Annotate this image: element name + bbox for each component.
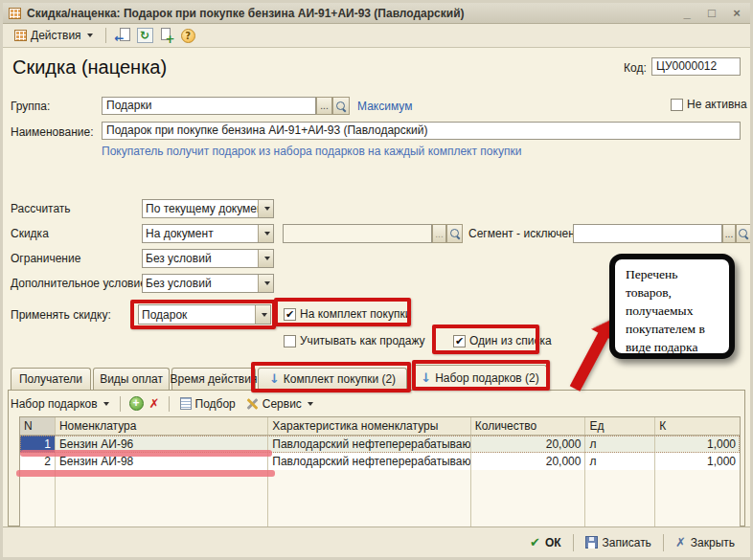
k-cell: 1,000	[655, 436, 740, 453]
combo-arrow-icon[interactable]	[258, 200, 273, 217]
pick-label: Подбор	[195, 397, 236, 411]
delete-row-icon[interactable]: ✗	[149, 396, 160, 411]
inactive-label: Не активна	[687, 98, 747, 111]
marker-stripe	[16, 470, 275, 477]
ok-button[interactable]: ✔ ОК	[524, 532, 567, 552]
pick-button[interactable]: Подбор	[178, 396, 238, 412]
actions-grid-icon	[14, 30, 27, 41]
calc-value: По текущему документу	[143, 202, 258, 215]
tab-payment-types[interactable]: Виды оплат	[93, 368, 170, 390]
tab-recipients[interactable]: Получатели	[11, 368, 91, 390]
segment-ellipsis-button[interactable]: ...	[722, 224, 736, 243]
qty-cell: 20,000	[471, 453, 586, 470]
as-sale-checkbox[interactable]: Учитывать как продажу	[284, 334, 425, 347]
qty-cell: 20,000	[471, 436, 586, 453]
discount-ellipsis-button[interactable]: ...	[432, 224, 446, 243]
magnifier-icon	[739, 229, 748, 238]
code-field[interactable]: ЦУ0000012	[651, 57, 741, 76]
footer-separator	[573, 534, 574, 551]
as-sale-label: Учитывать как продажу	[300, 334, 425, 347]
refresh-icon[interactable]: ↻	[137, 28, 153, 43]
page-title: Скидка (наценка)	[12, 56, 167, 78]
group-search-button[interactable]	[332, 97, 350, 115]
table-toolbar: Набор подарков + ✗ Подбор Сервис	[9, 392, 742, 414]
discount-label: Скидка	[11, 227, 49, 240]
annotation-box-tab-bundle	[251, 362, 411, 392]
maximum-link[interactable]: Максимум	[357, 100, 412, 113]
annotation-arrow	[570, 332, 609, 392]
main-toolbar: Действия ↻ ?	[3, 24, 750, 48]
floppy-icon	[585, 536, 598, 549]
col-header-n[interactable]: N	[20, 417, 56, 435]
col-header-nomenclature[interactable]: Номенклатура	[56, 417, 268, 435]
group-field[interactable]: Подарки	[102, 97, 316, 115]
copy-add-icon[interactable]	[159, 28, 175, 43]
tab-label: Виды оплат	[100, 372, 163, 386]
discount-search-button[interactable]	[446, 224, 463, 243]
app-window: Скидка/наценка: Подарок при покупке бенз…	[0, 0, 753, 560]
characteristic-cell: Павлодарский нефтеперерабатываю...	[268, 436, 470, 453]
unit-cell: л	[585, 453, 655, 470]
checkbox-icon	[671, 99, 683, 111]
minimize-button[interactable]: _	[679, 6, 695, 20]
code-label: Код:	[624, 61, 647, 75]
toolbar-separator	[105, 28, 106, 43]
close-label: Закрыть	[691, 536, 735, 549]
tools-icon	[245, 397, 259, 411]
title-bar: Скидка/наценка: Подарок при покупке бенз…	[3, 3, 750, 24]
chevron-down-icon	[87, 34, 93, 37]
inactive-checkbox[interactable]: Не активна	[671, 98, 747, 111]
unit-cell: л	[585, 436, 655, 453]
table-header-row: N Номенклатура Характеристика номенклату…	[20, 417, 740, 436]
extra-condition-combobox[interactable]: Без условий	[142, 274, 274, 293]
col-header-unit[interactable]: Ед	[585, 417, 655, 435]
footer-bar: ✔ ОК Записать ✗ Закрыть	[3, 526, 750, 557]
close-x-icon: ✗	[675, 535, 686, 549]
save-button[interactable]: Записать	[580, 533, 657, 552]
annotation-callout: Перечень товаров, получаемых покупателем…	[609, 254, 735, 359]
apply-discount-label: Применять скидку:	[11, 308, 111, 322]
close-button[interactable]: ×	[729, 6, 744, 20]
gift-set-menu-button[interactable]: Набор подарков	[9, 396, 111, 412]
discount-extra-field[interactable]	[283, 224, 432, 243]
group-ellipsis-button[interactable]: ...	[316, 97, 332, 115]
help-icon[interactable]: ?	[181, 29, 195, 43]
actions-menu-button[interactable]: Действия	[11, 27, 97, 44]
checkbox-icon	[284, 335, 296, 347]
col-header-k[interactable]: К	[655, 417, 740, 435]
annotation-box-tab-gift-set	[412, 360, 550, 391]
chevron-down-icon	[103, 402, 109, 406]
magnifier-icon	[450, 229, 460, 238]
combo-arrow-icon[interactable]	[258, 275, 273, 292]
chevron-down-icon	[308, 402, 313, 406]
magnifier-icon	[336, 101, 346, 111]
window-grid-icon	[9, 8, 21, 19]
name-field[interactable]: Подарок при покупке бензина АИ-91+АИ-93 …	[102, 122, 741, 140]
restriction-combobox[interactable]: Без условий	[142, 249, 274, 268]
segment-label: Сегмент - исключение	[468, 227, 587, 240]
combo-arrow-icon[interactable]	[258, 250, 273, 267]
maximize-button[interactable]: □	[704, 6, 719, 20]
col-header-qty[interactable]: Количество	[471, 417, 586, 435]
add-row-icon[interactable]: +	[129, 396, 144, 411]
col-header-characteristic[interactable]: Характеристика номенклатуры	[268, 417, 470, 435]
footer-separator	[663, 534, 664, 551]
toolbar-separator	[169, 396, 170, 412]
discount-combobox[interactable]: На документ	[142, 224, 274, 243]
marker-stripe	[20, 450, 272, 457]
segment-search-button[interactable]	[736, 224, 751, 243]
combo-arrow-icon[interactable]	[258, 225, 273, 242]
service-menu-button[interactable]: Сервис	[243, 396, 315, 412]
tab-validity-time[interactable]: Время действия	[171, 368, 256, 390]
actions-label: Действия	[31, 29, 81, 42]
close-form-button[interactable]: ✗ Закрыть	[670, 532, 741, 552]
k-cell: 1,000	[655, 453, 740, 470]
segment-field[interactable]	[573, 224, 722, 243]
characteristic-cell: Павлодарский нефтеперерабатываю...	[268, 453, 470, 470]
ok-label: ОК	[545, 536, 561, 549]
reread-icon[interactable]	[115, 28, 131, 43]
calc-combobox[interactable]: По текущему документу	[142, 199, 274, 218]
group-label: Группа:	[11, 100, 50, 113]
window-title: Скидка/наценка: Подарок при покупке бенз…	[27, 7, 679, 20]
annotation-box-apply-discount	[130, 300, 276, 329]
